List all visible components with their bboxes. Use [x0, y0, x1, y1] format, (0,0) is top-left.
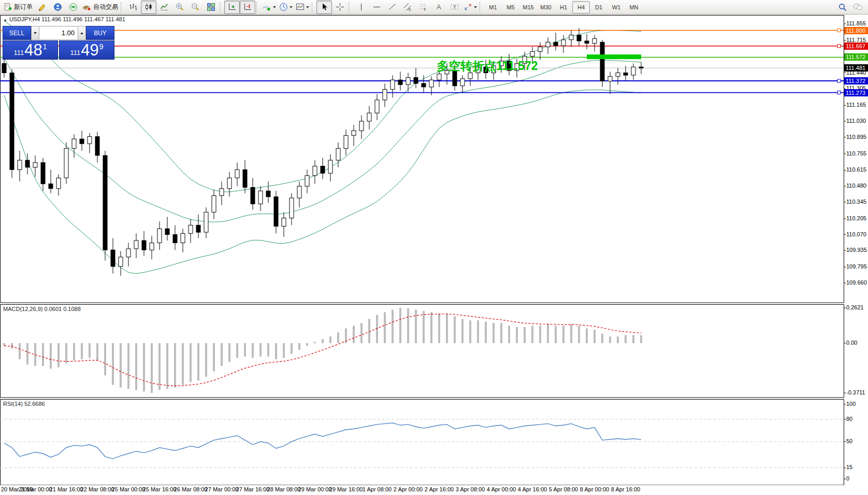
- arrows-button[interactable]: [462, 1, 479, 14]
- candle-body: [2, 63, 6, 73]
- chart-shift-button[interactable]: [240, 1, 255, 14]
- timeframe-H4[interactable]: H4: [572, 1, 590, 13]
- rsi-axis-tick: 0: [846, 475, 849, 482]
- line-chart-button[interactable]: [156, 1, 172, 14]
- candle-body: [328, 160, 332, 173]
- community-button[interactable]: [50, 1, 65, 14]
- price-level-badge: 111.273: [844, 89, 868, 96]
- candle-body: [608, 76, 612, 81]
- periods-button[interactable]: [278, 1, 294, 14]
- time-axis-label: 2 Apr 00:00: [394, 486, 423, 492]
- search-icon: [838, 3, 847, 12]
- buy-price-sup: 9: [99, 43, 104, 51]
- price-axis-tick: 109.795: [846, 263, 867, 270]
- signals-button[interactable]: [65, 1, 81, 14]
- timeframe-M30[interactable]: M30: [537, 1, 555, 13]
- trendline-button[interactable]: [384, 1, 400, 14]
- time-axis-label: 8 Apr 16:00: [611, 486, 640, 492]
- candle-body: [600, 42, 604, 81]
- candle-body: [64, 148, 68, 178]
- time-axis-label: 28 Mar 08:00: [267, 486, 301, 492]
- fibonacci-button[interactable]: F: [415, 1, 431, 14]
- timeframe-M15[interactable]: M15: [519, 1, 537, 13]
- tile-windows-button[interactable]: [203, 1, 219, 14]
- toolbar-separator: [220, 2, 222, 12]
- mt4-window: 新订单 自动交易: [0, 0, 868, 495]
- search-button[interactable]: [835, 1, 850, 14]
- time-axis-label: 27 Mar 00:00: [205, 486, 239, 492]
- price-axis-tick: 110.755: [846, 150, 866, 157]
- horizontal-line-button[interactable]: [369, 1, 384, 14]
- candle-body: [297, 186, 301, 198]
- volume-decrease-button[interactable]: [31, 26, 39, 40]
- candle-body: [235, 169, 239, 178]
- bar-chart-button[interactable]: [125, 1, 141, 14]
- annotation-text[interactable]: 多空转折点111.572: [437, 58, 538, 74]
- volume-input[interactable]: [39, 26, 78, 40]
- templates-button[interactable]: [294, 1, 311, 14]
- timeframe-W1[interactable]: W1: [607, 1, 625, 13]
- metaeditor-button[interactable]: [34, 1, 50, 14]
- one-click-trading-panel: SELL BUY 111 48 1 111 49 9: [3, 26, 114, 60]
- text-button[interactable]: A: [431, 1, 446, 14]
- candle-body: [313, 166, 317, 176]
- indicators-icon: [263, 3, 271, 11]
- svg-text:A: A: [437, 3, 441, 11]
- price-level-marker: [837, 29, 841, 32]
- candle-body: [142, 241, 146, 250]
- crosshair-button[interactable]: [332, 1, 348, 14]
- price-axis-tick: 110.345: [846, 199, 866, 205]
- candle-body: [95, 137, 99, 155]
- collapse-chart-icon[interactable]: ▲: [3, 18, 7, 22]
- macd-axis-tick: 0.00: [846, 340, 857, 346]
- toolbar-separator: [480, 2, 482, 12]
- price-level-badge: 111.372: [844, 77, 868, 84]
- toolbar-separator: [349, 2, 351, 12]
- caret-up-icon: [80, 32, 83, 34]
- text-label-button[interactable]: T: [446, 1, 462, 14]
- timeframe-MN[interactable]: MN: [625, 1, 643, 13]
- macd-indicator-label: MACD(12,26,9) 0.0601 0.1088: [3, 306, 81, 312]
- timeframe-H1[interactable]: H1: [555, 1, 572, 13]
- candle-body: [375, 100, 379, 113]
- cursor-button[interactable]: [316, 1, 332, 14]
- candle-body: [173, 235, 177, 243]
- timeframe-M1[interactable]: M1: [484, 1, 502, 13]
- zoom-in-button[interactable]: [172, 1, 187, 14]
- new-order-button[interactable]: 新订单: [2, 1, 34, 14]
- buy-button[interactable]: BUY: [86, 26, 114, 40]
- line-chart-icon: [160, 3, 169, 11]
- timeframe-D1[interactable]: D1: [590, 1, 607, 13]
- price-level-badge: 111.572: [844, 53, 868, 61]
- text-label-icon: T: [450, 3, 459, 11]
- support-bar-object[interactable]: [587, 54, 641, 59]
- candle-body: [530, 52, 534, 56]
- candlestick-chart-button[interactable]: [141, 1, 156, 14]
- auto-trading-button[interactable]: 自动交易: [81, 1, 120, 14]
- sell-price-display[interactable]: 111 48 1: [3, 40, 58, 60]
- time-axis-label: 26 Mar 08:00: [174, 486, 208, 492]
- time-axis-label: 22 Mar 08:00: [81, 486, 114, 492]
- equidistant-channel-button[interactable]: E: [400, 1, 415, 14]
- chart-canvas[interactable]: [0, 15, 868, 495]
- candle-body: [460, 79, 465, 86]
- sell-button[interactable]: SELL: [3, 26, 31, 40]
- indicators-button[interactable]: [261, 1, 278, 14]
- chat-button[interactable]: [850, 1, 866, 14]
- vertical-line-button[interactable]: [353, 1, 369, 14]
- price-level-marker: [837, 45, 841, 48]
- rsi-line: [4, 423, 641, 459]
- buy-price-display[interactable]: 111 49 9: [59, 40, 114, 60]
- price-axis-tick: 110.895: [846, 134, 866, 140]
- candle-body: [561, 40, 566, 46]
- volume-increase-button[interactable]: [78, 26, 86, 40]
- rsi-axis-tick: 50: [846, 438, 852, 444]
- auto-scroll-button[interactable]: [224, 1, 240, 14]
- time-axis-label: 2 Apr 16:00: [425, 486, 454, 492]
- candle-body: [212, 195, 216, 212]
- zoom-out-button[interactable]: [187, 1, 203, 14]
- new-order-label: 新订单: [14, 3, 33, 11]
- timeframe-M5[interactable]: M5: [502, 1, 519, 13]
- chart-shift-icon: [243, 3, 252, 11]
- candle-body: [10, 73, 14, 170]
